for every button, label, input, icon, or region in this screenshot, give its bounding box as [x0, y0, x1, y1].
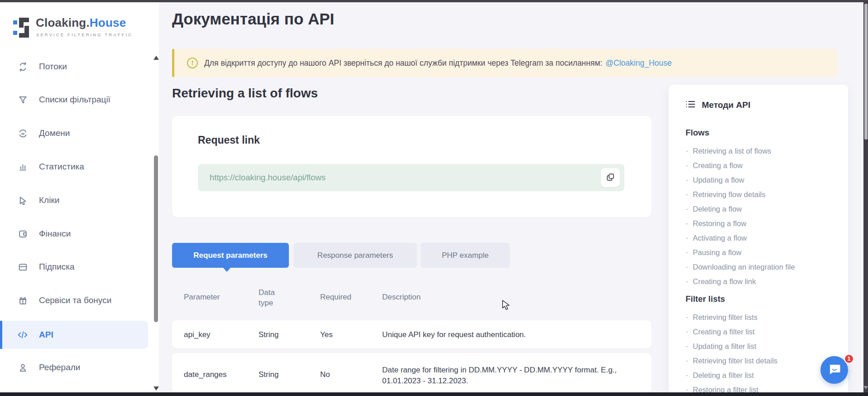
bullet: · — [686, 327, 688, 337]
method-link[interactable]: ·Creating a flow link — [686, 274, 756, 289]
method-link[interactable]: ·Updating a flow — [686, 173, 744, 187]
copy-button[interactable] — [601, 168, 620, 187]
bottom-window-bar — [0, 392, 868, 396]
method-link[interactable]: ·Creating a filter list — [686, 324, 755, 339]
info-icon: ! — [187, 58, 198, 68]
method-link[interactable]: ·Downloading an integration file — [686, 260, 795, 274]
bullet: · — [686, 342, 688, 351]
methods-panel-title: Методи API — [702, 100, 750, 110]
sidebar-item-subscription[interactable]: Підписка — [0, 255, 148, 279]
bullet: · — [686, 371, 688, 380]
sync-icon — [17, 61, 28, 72]
sidebar-scroll-up-arrow[interactable] — [153, 56, 159, 60]
telegram-link[interactable]: @Cloaking_House — [605, 58, 671, 68]
bullet: · — [686, 356, 688, 366]
method-link[interactable]: ·Deleting a flow — [686, 202, 742, 216]
bullet: · — [686, 146, 688, 156]
page-title: Документація по API — [172, 10, 334, 28]
bar-chart-icon — [17, 161, 28, 172]
cursor-icon — [17, 195, 28, 206]
section-title: Retrieving a list of flows — [172, 86, 318, 101]
tab-php-example[interactable]: PHP example — [421, 243, 510, 268]
page-scroll-down-arrow[interactable] — [863, 386, 868, 389]
method-link[interactable]: ·Activating a flow — [686, 231, 747, 245]
table-row[interactable]: date_ranges String No Date range for fil… — [172, 353, 652, 396]
method-link[interactable]: ·Deleting a filter list — [686, 368, 754, 382]
request-link-heading: Request link — [198, 134, 260, 146]
code-icon — [17, 329, 28, 340]
bullet: · — [686, 262, 688, 272]
info-banner: ! Для відкриття доступу до нашого API зв… — [172, 49, 837, 77]
table-row[interactable]: api_key String Yes Unique API key for re… — [172, 320, 652, 348]
tab-request-parameters[interactable]: Request parameters — [172, 243, 289, 268]
method-link[interactable]: ·Retrieving a list of flows — [686, 144, 771, 158]
method-link[interactable]: ·Updating a filter list — [686, 339, 756, 353]
tab-response-parameters[interactable]: Response parameters — [293, 243, 417, 268]
sidebar-item-filter-lists[interactable]: Списки фільтрації — [0, 88, 148, 111]
request-url-value: https://cloaking.house/api/flows — [210, 164, 326, 191]
info-banner-text: Для відкриття доступу до нашого API звер… — [204, 49, 672, 77]
wallet-icon — [17, 228, 28, 239]
bullet: · — [686, 248, 688, 257]
page-scrollbar-thumb[interactable] — [864, 4, 868, 140]
credit-card-icon — [17, 261, 28, 272]
sidebar-item-finance[interactable]: Фінанси — [0, 222, 148, 246]
api-methods-panel: Методи API Flows ·Retrieving a list of f… — [669, 85, 848, 396]
sidebar-scrollbar-thumb[interactable] — [154, 155, 158, 322]
bullet: · — [686, 190, 688, 199]
method-link[interactable]: ·Retrieving flow details — [686, 187, 766, 202]
methods-panel-header: Методи API — [686, 100, 750, 111]
logo[interactable]: Cloaking.House SERVICE FILTERING TRAFFIC — [13, 15, 140, 41]
method-link[interactable]: ·Creating a flow — [686, 158, 743, 173]
column-header-description: Description — [382, 293, 421, 302]
column-header-data-type: Data type — [259, 287, 287, 308]
active-tab-pointer — [223, 268, 230, 272]
bullet: · — [686, 161, 688, 170]
column-header-parameter: Parameter — [184, 293, 220, 302]
bullet: · — [686, 204, 688, 214]
brand-name: Cloaking.House — [36, 16, 126, 30]
funnel-icon — [17, 94, 28, 105]
domain-icon: w — [17, 128, 28, 139]
method-link[interactable]: ·Pausing a flow — [686, 245, 741, 260]
logo-icon — [13, 16, 32, 41]
sidebar-item-clicks[interactable]: Кліки — [0, 188, 148, 212]
bullet: · — [686, 233, 688, 243]
svg-text:w: w — [20, 130, 24, 135]
gift-icon — [17, 295, 28, 306]
method-link[interactable]: ·Retrieving filter lists — [686, 310, 758, 324]
request-link-card: Request link https://cloaking.house/api/… — [172, 116, 652, 217]
bullet: · — [686, 219, 688, 228]
sidebar: Cloaking.House SERVICE FILTERING TRAFFIC… — [0, 2, 159, 396]
sidebar-item-api[interactable]: API — [0, 321, 148, 349]
sidebar-item-statistics[interactable]: Статистика — [0, 155, 148, 179]
sidebar-item-services[interactable]: Сервіси та бонуси — [0, 289, 148, 312]
bullet: · — [686, 175, 688, 185]
page-scrollbar[interactable] — [863, 0, 868, 396]
person-icon — [17, 362, 28, 373]
app-window: Cloaking.House SERVICE FILTERING TRAFFIC… — [0, 0, 868, 396]
bullet: · — [686, 313, 688, 322]
mouse-cursor — [502, 300, 513, 314]
sidebar-item-referrals[interactable]: Реферали — [0, 356, 148, 379]
bullet: · — [686, 277, 688, 286]
copy-icon — [606, 173, 615, 183]
list-icon — [686, 100, 695, 111]
methods-section-flows: Flows — [686, 128, 709, 138]
methods-section-filter-lists: Filter lists — [686, 294, 725, 304]
column-header-required: Required — [320, 293, 351, 302]
top-window-bar — [0, 0, 868, 2]
notification-badge: 1 — [844, 354, 854, 364]
brand-tagline: SERVICE FILTERING TRAFFIC — [36, 32, 133, 37]
method-link[interactable]: ·Restoring a flow — [686, 216, 746, 231]
chat-bubble-icon — [828, 362, 841, 377]
sidebar-item-domains[interactable]: w Домени — [0, 121, 148, 145]
request-url-field[interactable]: https://cloaking.house/api/flows — [198, 164, 624, 191]
sidebar-scroll-down-arrow[interactable] — [153, 386, 159, 391]
method-link[interactable]: ·Retrieving filter list details — [686, 353, 777, 368]
sidebar-item-flows[interactable]: Потоки — [0, 55, 148, 78]
